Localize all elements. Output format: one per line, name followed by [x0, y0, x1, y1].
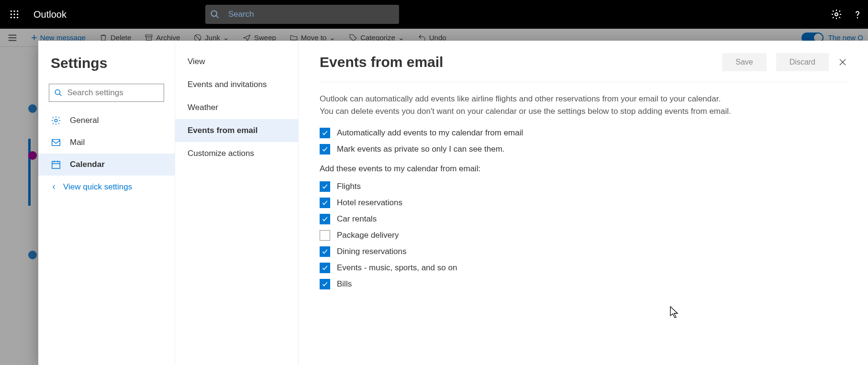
app-launcher-icon[interactable]	[5, 5, 24, 24]
nav-calendar-label: Calendar	[70, 160, 105, 169]
checkbox-event-type[interactable]: Hotel reservations	[320, 198, 847, 208]
checkbox-event-type[interactable]: Dining reservations	[320, 246, 847, 257]
nav-mail-label: Mail	[70, 138, 85, 147]
checkbox[interactable]	[320, 214, 330, 224]
checkbox-event-type[interactable]: Car rentals	[320, 214, 847, 224]
search-settings-input[interactable]	[49, 84, 164, 102]
settings-modal: Settings General Mail Calendar View quic…	[38, 41, 868, 365]
nav-general-label: General	[70, 116, 99, 125]
panel-description: Outlook can automatically add events lik…	[320, 93, 731, 117]
subnav-view[interactable]: View	[175, 50, 298, 73]
gear-icon	[51, 115, 61, 126]
close-icon[interactable]	[838, 58, 847, 66]
svg-point-7	[13, 17, 15, 18]
checkbox-event-type[interactable]: Events - music, sports, and so on	[320, 263, 847, 273]
settings-panel: Events from email Save Discard Outlook c…	[299, 41, 868, 365]
svg-rect-22	[52, 140, 60, 146]
checkbox-label: Bills	[337, 279, 352, 289]
subnav-weather[interactable]: Weather	[175, 96, 298, 119]
app-title[interactable]: Outlook	[33, 9, 67, 20]
subnav-events-from-email[interactable]: Events from email	[175, 119, 298, 142]
subnav-customize-actions[interactable]: Customize actions	[175, 142, 298, 165]
mail-icon	[51, 137, 61, 148]
top-right-controls	[831, 9, 863, 20]
settings-sidebar: Settings General Mail Calendar View quic…	[38, 41, 175, 365]
checkbox-mark-private[interactable]: Mark events as private so only I can see…	[320, 144, 847, 155]
checkbox-event-type[interactable]: Package delivery	[320, 230, 847, 241]
panel-title: Events from email	[320, 54, 443, 70]
svg-point-3	[11, 13, 12, 15]
svg-point-6	[11, 17, 12, 18]
quick-settings-label: View quick settings	[63, 182, 132, 192]
checkbox-label: Events - music, sports, and so on	[337, 263, 457, 273]
help-icon[interactable]	[852, 9, 863, 20]
checkbox-label: Hotel reservations	[337, 198, 402, 208]
checkbox-label: Mark events as private so only I can see…	[337, 144, 505, 154]
top-bar: Outlook Search	[0, 0, 868, 29]
search-box[interactable]: Search	[205, 5, 399, 24]
view-quick-settings-link[interactable]: View quick settings	[38, 176, 175, 199]
search-placeholder: Search	[228, 10, 254, 19]
checkbox[interactable]	[320, 279, 330, 289]
checkbox[interactable]	[320, 181, 330, 192]
search-icon	[54, 88, 62, 98]
checkbox-label: Car rentals	[337, 214, 377, 224]
svg-point-5	[17, 13, 18, 15]
svg-point-19	[55, 89, 60, 94]
search-settings-field[interactable]	[67, 88, 159, 98]
discard-button[interactable]: Discard	[776, 53, 829, 71]
svg-rect-23	[52, 162, 60, 169]
checkbox-auto-add[interactable]: Automatically add events to my calendar …	[320, 128, 847, 138]
checkbox-label: Dining reservations	[337, 247, 407, 256]
save-button[interactable]: Save	[722, 53, 766, 71]
svg-point-12	[857, 17, 858, 18]
svg-point-2	[17, 11, 18, 12]
chevron-left-icon	[51, 184, 57, 190]
checkbox-label: Automatically add events to my calendar …	[337, 128, 523, 138]
checkbox-event-type[interactable]: Flights	[320, 181, 847, 192]
checkbox-event-type[interactable]: Bills	[320, 279, 847, 289]
search-icon	[210, 10, 220, 19]
nav-mail[interactable]: Mail	[38, 132, 175, 154]
svg-point-1	[13, 11, 15, 12]
nav-calendar[interactable]: Calendar	[38, 154, 175, 176]
svg-line-20	[59, 94, 61, 96]
checkbox-label: Package delivery	[337, 231, 399, 240]
svg-point-4	[13, 13, 15, 15]
checkbox[interactable]	[320, 246, 330, 257]
settings-subnav: View Events and invitations Weather Even…	[175, 41, 299, 365]
svg-point-9	[211, 11, 217, 17]
panel-header: Events from email Save Discard	[320, 53, 847, 82]
svg-line-10	[216, 16, 218, 18]
checkbox[interactable]	[320, 144, 330, 155]
event-types-heading: Add these events to my calendar from ema…	[320, 164, 847, 174]
svg-point-11	[835, 13, 838, 16]
svg-point-0	[11, 11, 12, 12]
checkbox[interactable]	[320, 128, 330, 138]
subnav-events-invitations[interactable]: Events and invitations	[175, 73, 298, 96]
calendar-icon	[51, 159, 61, 170]
settings-title: Settings	[51, 55, 175, 71]
gear-icon[interactable]	[831, 9, 842, 20]
checkbox[interactable]	[320, 230, 330, 241]
checkbox-label: Flights	[337, 182, 361, 191]
nav-general[interactable]: General	[38, 110, 175, 132]
checkbox[interactable]	[320, 198, 330, 208]
svg-point-21	[55, 119, 57, 122]
checkbox[interactable]	[320, 263, 330, 273]
svg-point-8	[17, 17, 18, 18]
